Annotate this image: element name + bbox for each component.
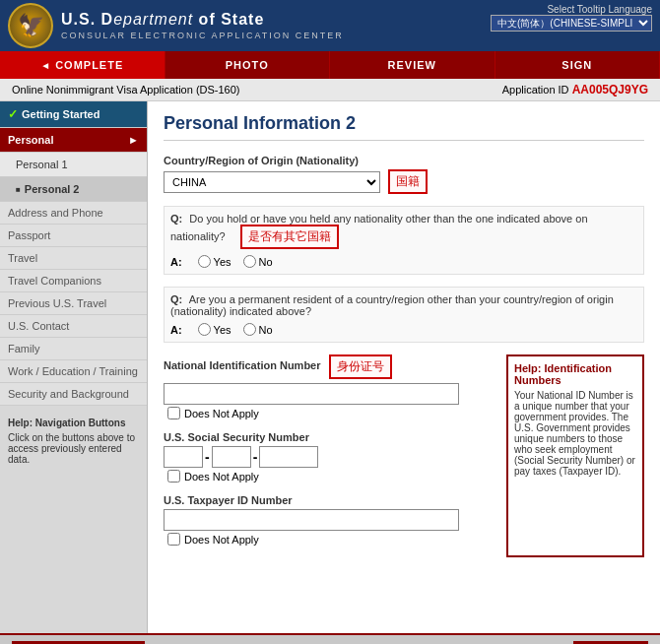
ssn-sep-2: - (253, 449, 258, 465)
checkmark-icon: ✓ (8, 107, 18, 121)
sidebar-item-family[interactable]: Family (0, 338, 147, 360)
taxpayer-dna-checkbox[interactable] (167, 533, 180, 546)
nationality-row: Country/Region of Origin (Nationality) C… (164, 155, 644, 194)
sidebar-item-us-contact[interactable]: U.S. Contact (0, 315, 147, 338)
question-1-block: Q: Do you hold or have you held any nati… (164, 206, 644, 275)
sidebar-item-work-education[interactable]: Work / Education / Training (0, 360, 147, 383)
taxpayer-dna-row: Does Not Apply (167, 533, 496, 546)
tab-complete[interactable]: ◄ COMPLETE (0, 51, 165, 79)
ssn-part1[interactable] (164, 446, 203, 468)
sidebar-item-prev-us-travel[interactable]: Previous U.S. Travel (0, 292, 147, 315)
sidebar-label-address-phone: Address and Phone (8, 207, 103, 219)
tab-review-label: REVIEW (388, 59, 436, 71)
expand-arrow-icon: ► (128, 134, 139, 146)
national-id-row: National Identification Number 身份证号 Does… (164, 354, 496, 419)
sidebar-label-security: Security and Background (8, 388, 129, 400)
sidebar-item-address-phone[interactable]: Address and Phone (0, 202, 147, 225)
language-selector-area: Select Tooltip Language 中文(简体）(CHINESE-S… (491, 4, 652, 32)
sidebar-label-passport: Passport (8, 229, 50, 241)
tab-arrow-icon: ◄ (40, 60, 51, 71)
q1-yes-radio[interactable] (198, 255, 211, 268)
help-box-title: Help: Identification Numbers (514, 362, 636, 386)
q1-annotation: 是否有其它国籍 (240, 225, 339, 249)
q1-no-label: No (259, 256, 273, 268)
lang-label: Select Tooltip Language (491, 4, 652, 15)
language-select[interactable]: 中文(简体）(CHINESE-SIMPLI (491, 15, 652, 32)
page-title: Personal Information 2 (164, 113, 644, 141)
q2-no-label: No (259, 324, 273, 336)
q2-content: Are you a permanent resident of a countr… (170, 293, 614, 317)
sidebar-label-family: Family (8, 343, 39, 354)
sub-header: Online Nonimmigrant Visa Application (DS… (0, 79, 660, 101)
q1-no-radio[interactable] (243, 255, 256, 268)
ssn-part2[interactable] (212, 446, 251, 468)
national-id-input[interactable] (164, 383, 459, 405)
id-numbers-section: National Identification Number 身份证号 Does… (164, 354, 644, 557)
page-header: 🦅 U.S. Department of State CONSULAR ELEC… (0, 0, 660, 51)
q2-a-label: A: (170, 324, 182, 336)
q2-answer-row: A: Yes No (170, 323, 637, 336)
sidebar: ✓ Getting Started Personal ► Personal 1 … (0, 101, 148, 633)
state-dept-seal: 🦅 (8, 3, 53, 48)
ssn-dna-label: Does Not Apply (184, 471, 259, 483)
help-box: Help: Identification Numbers Your Nation… (506, 354, 644, 557)
sidebar-item-getting-started[interactable]: ✓ Getting Started (0, 101, 147, 128)
tab-sign-label: SIGN (561, 59, 592, 71)
sidebar-label-us-contact: U.S. Contact (8, 320, 69, 332)
taxpayer-input[interactable] (164, 509, 459, 531)
nationality-select[interactable]: CHINA (164, 171, 380, 193)
national-id-dna-row: Does Not Apply (167, 407, 496, 419)
taxpayer-label: U.S. Taxpayer ID Number (164, 494, 496, 506)
sidebar-help-title: Help: Navigation Buttons (8, 418, 139, 428)
ssn-fields: - - (164, 446, 496, 468)
ssn-dna-row: Does Not Apply (167, 470, 496, 483)
tab-photo-label: PHOTO (226, 59, 269, 71)
q2-no-option[interactable]: No (243, 323, 273, 336)
q2-no-radio[interactable] (243, 323, 256, 336)
q1-label: Q: (170, 213, 182, 225)
q1-yes-option[interactable]: Yes (198, 255, 231, 268)
sidebar-label-travel: Travel (8, 252, 37, 264)
ssn-part3[interactable] (259, 446, 318, 468)
sidebar-item-travel[interactable]: Travel (0, 247, 147, 270)
main-content: Personal Information 2 Country/Region of… (148, 101, 660, 633)
q1-content: Do you hold or have you held any nationa… (170, 213, 588, 242)
q1-no-option[interactable]: No (243, 255, 273, 268)
tab-sign[interactable]: SIGN (495, 51, 661, 79)
help-box-text: Your National ID Number is a unique numb… (514, 390, 636, 477)
tab-photo[interactable]: PHOTO (165, 51, 331, 79)
q1-a-label: A: (170, 256, 182, 268)
id-form-main: National Identification Number 身份证号 Does… (164, 354, 496, 557)
sidebar-item-personal-2[interactable]: Personal 2 (0, 177, 147, 202)
dept-subtitle: CONSULAR ELECTRONIC APPLICATION CENTER (61, 31, 344, 40)
header-title-block: U.S. Department of State CONSULAR ELECTR… (61, 11, 344, 40)
sidebar-help-text: Click on the buttons above to access pre… (8, 432, 139, 465)
q2-yes-option[interactable]: Yes (198, 323, 231, 336)
national-id-dna-checkbox[interactable] (167, 407, 180, 419)
footer-nav: ◄ Back: Personal 1 💾 Save (0, 633, 660, 644)
sidebar-item-personal[interactable]: Personal ► (0, 128, 147, 153)
sidebar-item-travel-companions[interactable]: Travel Companions (0, 270, 147, 292)
ssn-row: U.S. Social Security Number - - Does Not… (164, 431, 496, 483)
sidebar-label-personal-2: Personal 2 (25, 183, 80, 195)
tab-review[interactable]: REVIEW (330, 51, 495, 79)
q2-yes-label: Yes (214, 324, 231, 336)
national-id-annotation: 身份证号 (329, 354, 392, 379)
sidebar-label-travel-companions: Travel Companions (8, 275, 101, 287)
sidebar-item-security[interactable]: Security and Background (0, 383, 147, 406)
ssn-dna-checkbox[interactable] (167, 470, 180, 483)
q2-label: Q: (170, 293, 182, 305)
sidebar-label-prev-us-travel: Previous U.S. Travel (8, 297, 106, 309)
app-id-value: AA005QJ9YG (572, 83, 648, 97)
q2-yes-radio[interactable] (198, 323, 211, 336)
taxpayer-dna-label: Does Not Apply (184, 534, 259, 546)
sidebar-item-passport[interactable]: Passport (0, 225, 147, 247)
question-2-block: Q: Are you a permanent resident of a cou… (164, 287, 644, 343)
question-1-text: Q: Do you hold or have you held any nati… (170, 213, 637, 249)
app-id-area: Application ID AA005QJ9YG (502, 83, 648, 97)
nationality-label: Country/Region of Origin (Nationality) (164, 155, 644, 166)
form-title: Online Nonimmigrant Visa Application (DS… (12, 84, 240, 96)
sidebar-item-personal-1[interactable]: Personal 1 (0, 153, 147, 177)
national-id-label-row: National Identification Number 身份证号 (164, 354, 496, 379)
dept-name: U.S. Department of State (61, 11, 344, 29)
